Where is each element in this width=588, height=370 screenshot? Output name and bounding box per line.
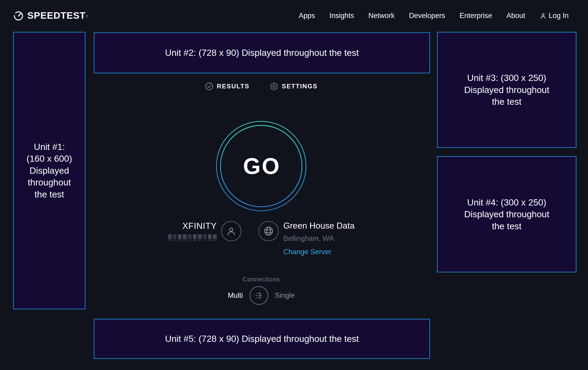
server-block: Green House Data Bellingham, WA Change S… xyxy=(258,221,355,256)
ad-unit-3[interactable]: Unit #3: (300 x 250) Displayed throughou… xyxy=(437,32,577,148)
person-icon xyxy=(226,226,236,236)
ad-unit-3-text: Unit #3: (300 x 250) Displayed throughou… xyxy=(464,72,549,108)
globe-icon xyxy=(263,226,274,236)
logo-wordmark: SPEEDTEST xyxy=(27,10,86,21)
ad-unit-4-text: Unit #4: (300 x 250) Displayed throughou… xyxy=(464,197,549,232)
user-icon xyxy=(539,12,547,19)
tab-results-label: RESULTS xyxy=(217,83,250,90)
speedtest-logo[interactable]: SPEEDTEST® xyxy=(13,10,88,21)
ad-unit-1[interactable]: Unit #1: (160 x 600) Displayed throughou… xyxy=(13,32,85,309)
login-label: Log In xyxy=(549,11,569,20)
isp-avatar-circle xyxy=(221,221,241,241)
server-location: Bellingham, WA xyxy=(283,234,334,243)
check-circle-icon xyxy=(205,82,213,91)
change-server-link[interactable]: Change Server xyxy=(283,248,332,256)
logo-text: SPEEDTEST® xyxy=(27,10,88,21)
tab-bar: RESULTS SETTINGS xyxy=(85,82,437,91)
connections-single-option[interactable]: Single xyxy=(275,291,295,300)
gear-icon xyxy=(270,82,278,91)
login-button[interactable]: Log In xyxy=(539,11,569,20)
speedtest-main-panel: RESULTS SETTINGS xyxy=(85,0,437,370)
tab-results[interactable]: RESULTS xyxy=(205,82,250,91)
speedtest-page: SPEEDTEST® Apps Insights Network Develop… xyxy=(0,0,588,370)
gauge-icon xyxy=(13,11,24,21)
connections-toggle[interactable] xyxy=(249,286,268,305)
multi-arrows-icon xyxy=(253,290,264,301)
ad-unit-1-text: Unit #1: (160 x 600) Displayed throughou… xyxy=(27,141,72,200)
isp-text-column: XFINITY xyxy=(168,221,217,241)
isp-block: XFINITY xyxy=(168,221,241,241)
connections-label: Connections xyxy=(242,276,280,283)
go-button[interactable]: GO xyxy=(215,120,307,212)
tab-settings-label: SETTINGS xyxy=(282,83,317,90)
nav-item-about[interactable]: About xyxy=(506,11,525,20)
go-button-row: GO xyxy=(85,120,437,212)
server-text-column: Green House Data Bellingham, WA Change S… xyxy=(283,221,355,256)
go-button-label: GO xyxy=(215,120,307,212)
ad-unit-4[interactable]: Unit #4: (300 x 250) Displayed throughou… xyxy=(437,156,577,272)
isp-name: XFINITY xyxy=(182,221,217,231)
server-globe-circle xyxy=(258,221,279,241)
connections-toggle-row: Multi Single xyxy=(85,286,437,305)
connection-info-row: XFINITY xyxy=(85,221,437,256)
connections-label-row: Connections xyxy=(85,276,437,283)
server-name: Green House Data xyxy=(283,221,355,231)
connections-multi-option[interactable]: Multi xyxy=(228,291,243,300)
isp-detail-redacted xyxy=(168,234,217,241)
tab-settings[interactable]: SETTINGS xyxy=(270,82,317,91)
nav-item-enterprise[interactable]: Enterprise xyxy=(459,11,492,20)
